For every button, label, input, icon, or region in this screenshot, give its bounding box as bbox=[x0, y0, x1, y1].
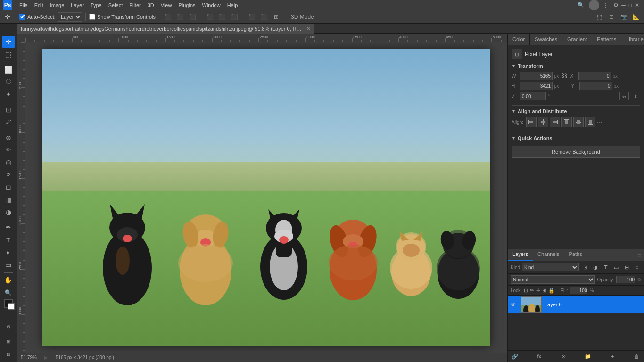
zoom-tool-btn[interactable]: 🔍 bbox=[2, 287, 15, 298]
quick-actions-header[interactable]: ▼ Quick Actions bbox=[512, 135, 640, 141]
hand-tool-btn[interactable]: ✋ bbox=[2, 274, 15, 286]
fill-input[interactable] bbox=[570, 287, 587, 294]
channels-tab[interactable]: Channels bbox=[533, 249, 564, 261]
layers-panel-menu[interactable]: ≡ bbox=[635, 249, 644, 261]
layer-kind-select[interactable]: Kind Name Effect bbox=[522, 263, 579, 272]
opacity-input[interactable] bbox=[616, 276, 635, 283]
link-wh-btn[interactable]: ⛓ bbox=[562, 73, 568, 79]
menu-file[interactable]: File bbox=[16, 1, 31, 9]
gradient-tab[interactable]: Gradient bbox=[562, 34, 592, 45]
pen-tool-btn[interactable]: ✒ bbox=[2, 222, 15, 233]
close-btn[interactable]: ✕ bbox=[635, 2, 639, 8]
filter-smart-btn[interactable]: ⊞ bbox=[622, 263, 631, 272]
layers-tab[interactable]: Layers bbox=[508, 249, 533, 261]
maximize-btn[interactable]: □ bbox=[628, 2, 632, 8]
filter-adjustment-btn[interactable]: ◑ bbox=[591, 263, 600, 272]
filter-type-btn[interactable]: T bbox=[602, 263, 610, 272]
dodge-tool-btn[interactable]: ◑ bbox=[2, 206, 15, 218]
dist-v-btn[interactable]: ⬛ bbox=[259, 12, 269, 22]
brush-tool-btn[interactable]: ✏ bbox=[2, 144, 15, 156]
flip-h-btn[interactable]: ⇔ bbox=[619, 92, 629, 100]
healing-tool-btn[interactable]: ⊕ bbox=[2, 132, 15, 143]
lock-position-btn[interactable]: ✛ bbox=[536, 288, 540, 294]
flip-v-btn[interactable]: ⇕ bbox=[631, 92, 640, 100]
color-tab[interactable]: Color bbox=[508, 34, 530, 45]
3d-mode-btn[interactable]: 3D Mode bbox=[289, 12, 316, 22]
frame-mode-btn[interactable]: ⊞ bbox=[2, 336, 15, 347]
search-btn[interactable]: 🔍 bbox=[576, 0, 586, 10]
magic-wand-tool-btn[interactable]: ✦ bbox=[2, 89, 15, 100]
user-avatar[interactable] bbox=[589, 0, 599, 10]
filter-pixel-btn[interactable]: ⊡ bbox=[581, 263, 589, 272]
align-left-edges-btn[interactable] bbox=[526, 117, 537, 127]
document-canvas[interactable] bbox=[42, 49, 490, 346]
marquee-tool-btn[interactable]: ⬜ bbox=[2, 64, 15, 75]
h-input[interactable] bbox=[520, 82, 553, 90]
crop-tool-btn[interactable]: ⊡ bbox=[2, 104, 15, 115]
menu-type[interactable]: Type bbox=[87, 1, 105, 9]
eraser-tool-btn[interactable]: ◻ bbox=[2, 181, 15, 193]
tab-close-btn[interactable]: ✕ bbox=[306, 26, 310, 31]
transform-controls-checkbox[interactable] bbox=[89, 14, 95, 20]
new-layer-btn[interactable]: + bbox=[608, 352, 617, 361]
history-brush-btn[interactable]: ↺ bbox=[2, 169, 15, 181]
layer-visibility-icon[interactable]: 👁 bbox=[511, 301, 518, 308]
menu-window[interactable]: Window bbox=[199, 1, 224, 9]
menu-plugins[interactable]: Plugins bbox=[175, 1, 198, 9]
align-center-h-btn[interactable]: ⬛ bbox=[175, 12, 185, 22]
minimize-btn[interactable]: ─ bbox=[621, 2, 626, 8]
menu-3d[interactable]: 3D bbox=[144, 1, 157, 9]
foreground-color[interactable] bbox=[4, 299, 13, 308]
menu-layer[interactable]: Layer bbox=[67, 1, 87, 9]
artboard-tool-btn[interactable]: ⬚ bbox=[2, 48, 15, 60]
menu-help[interactable]: Help bbox=[224, 1, 241, 9]
auto-select-dropdown[interactable]: Layer Group bbox=[58, 12, 82, 22]
filter-shape-btn[interactable]: ▭ bbox=[612, 263, 620, 272]
remove-background-btn[interactable]: Remove Background bbox=[512, 146, 640, 158]
patterns-tab[interactable]: Patterns bbox=[592, 34, 621, 45]
angle-input[interactable] bbox=[520, 92, 546, 100]
x-input[interactable] bbox=[578, 72, 611, 80]
menu-image[interactable]: Image bbox=[47, 1, 68, 9]
lasso-tool-btn[interactable]: 〇 bbox=[2, 76, 15, 88]
align-right-btn[interactable]: ⬛ bbox=[187, 12, 198, 22]
menu-filter[interactable]: Filter bbox=[126, 1, 144, 9]
clone-tool-btn[interactable]: ◎ bbox=[2, 156, 15, 168]
align-section-header[interactable]: ▼ Align and Distribute bbox=[512, 108, 640, 114]
lock-all-btn[interactable]: 🔒 bbox=[548, 288, 555, 294]
layer-row[interactable]: 👁 Layer 0 bbox=[508, 296, 644, 313]
add-effect-btn[interactable]: fx bbox=[535, 352, 544, 361]
blend-mode-select[interactable]: Normal Dissolve Multiply Screen bbox=[511, 275, 595, 284]
share-btn[interactable]: ⋮ bbox=[602, 1, 609, 9]
camera-btn[interactable]: 📷 bbox=[619, 12, 629, 22]
menu-view[interactable]: View bbox=[157, 1, 175, 9]
type-tool-btn[interactable]: T bbox=[2, 234, 15, 246]
delete-layer-btn[interactable]: 🗑 bbox=[633, 352, 641, 361]
align-more-btn[interactable]: ··· bbox=[597, 118, 603, 126]
libraries-tab[interactable]: Libraries bbox=[621, 34, 644, 45]
align-top-edges-btn[interactable] bbox=[561, 117, 572, 127]
align-v-centers-btn[interactable] bbox=[573, 117, 584, 127]
dist-more-btn[interactable]: ⊞ bbox=[271, 12, 281, 22]
align-bottom-btn[interactable]: ⬛ bbox=[229, 12, 239, 22]
dist-h-btn[interactable]: ⬛ bbox=[247, 12, 257, 22]
transform-section-header[interactable]: ▼ Transform bbox=[512, 63, 640, 69]
document-tab[interactable]: funnywalkwithdogsportraitmanydogsGermans… bbox=[17, 24, 314, 34]
link-layers-btn[interactable]: 🔗 bbox=[511, 352, 519, 361]
menu-select[interactable]: Select bbox=[105, 1, 126, 9]
align-center-v-btn[interactable]: ⬛ bbox=[217, 12, 227, 22]
lock-paint-btn[interactable]: ✏ bbox=[530, 288, 534, 294]
frame-btn[interactable]: ⊡ bbox=[606, 12, 617, 22]
move-tool-btn[interactable]: ✛ bbox=[2, 36, 15, 48]
auto-select-checkbox[interactable] bbox=[19, 14, 25, 20]
swatches-tab[interactable]: Swatches bbox=[530, 34, 562, 45]
rectangle-tool-btn[interactable]: ▭ bbox=[2, 259, 15, 271]
gradient-tool-btn[interactable]: ▦ bbox=[2, 194, 15, 206]
workspace-btn[interactable]: ⚙ bbox=[613, 2, 619, 8]
filter-toggle-btn[interactable]: ○ bbox=[633, 263, 641, 272]
canvas-container[interactable] bbox=[25, 42, 507, 353]
menu-edit[interactable]: Edit bbox=[31, 1, 47, 9]
move-tool-option[interactable]: ✛ bbox=[3, 12, 12, 22]
eyedropper-tool-btn[interactable]: 🖊 bbox=[2, 116, 15, 128]
align-top-btn[interactable]: ⬛ bbox=[205, 12, 215, 22]
